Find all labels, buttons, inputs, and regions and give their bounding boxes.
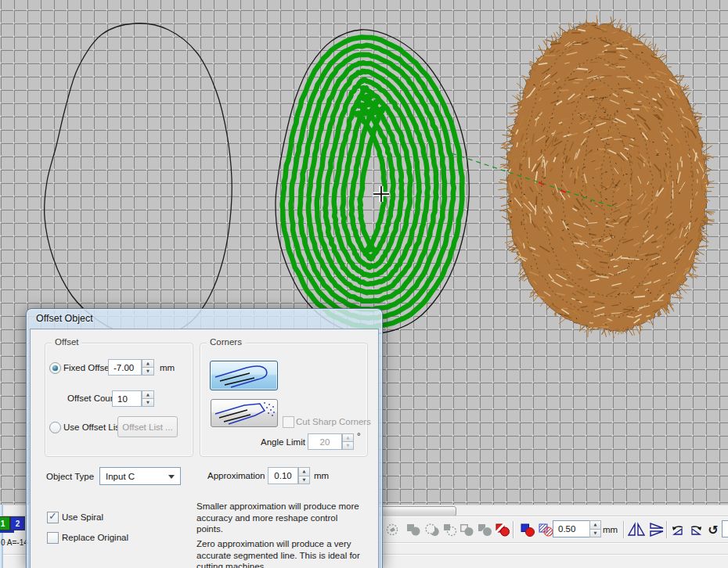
approximation-info-text-1: Smaller approximation will produce more … — [196, 501, 375, 535]
front-minus-back-disabled-icon — [458, 522, 475, 537]
offset-count-input[interactable]: 10 — [112, 390, 142, 407]
offset-count-value: 10 — [117, 394, 128, 404]
palette-color-2-label: 2 — [16, 519, 20, 528]
stepper-down-icon[interactable]: ▼ — [142, 399, 154, 407]
fixed-offset-value: -7.00 — [114, 363, 134, 372]
info-line: Smaller approximation will produce more — [196, 501, 375, 512]
corners-group-label: Corners — [207, 337, 245, 347]
remove-overlaps-icon[interactable] — [494, 522, 511, 537]
corners-group: Corners — [200, 343, 368, 457]
rounded-corners-button[interactable] — [210, 361, 278, 390]
approximation-unit: mm — [314, 471, 329, 480]
angle-limit-unit: ° — [357, 431, 361, 440]
approximation-label: Approximation — [207, 471, 265, 480]
weld-disabled-icon — [384, 522, 401, 537]
offset-list-button: Offset List ... — [117, 416, 178, 437]
object-type-label: Object Type — [46, 472, 94, 481]
replace-original-checkbox[interactable] — [47, 532, 59, 544]
back-minus-front-disabled-icon — [476, 522, 493, 537]
use-offset-list-label: Use Offset List — [63, 422, 122, 432]
intersect-disabled-icon — [423, 522, 441, 537]
stepper-up-icon[interactable]: ▲ — [589, 520, 601, 530]
approximation-input[interactable]: 0.10 — [268, 467, 298, 484]
info-line: Zero approximation will produce a very — [196, 538, 375, 550]
rotate-reset-icon[interactable]: ↺ — [705, 522, 722, 537]
object-type-combo[interactable]: Input C — [99, 467, 181, 485]
angle-limit-input: 20 — [308, 433, 342, 450]
offset-preview-shape[interactable] — [276, 30, 469, 334]
offset-count-label: Offset Count — [67, 394, 117, 403]
sharp-corners-button[interactable] — [211, 399, 278, 427]
use-offset-list-radio[interactable] — [49, 422, 61, 433]
rotate-angle-input[interactable] — [722, 520, 728, 537]
rotate-ccw-icon[interactable] — [669, 522, 687, 537]
stepper-down-icon: ▼ — [342, 442, 354, 450]
stepper-up-icon[interactable]: ▲ — [142, 390, 154, 399]
stepper-up-icon[interactable]: ▲ — [298, 467, 310, 476]
palette-color-2[interactable]: 2 — [10, 516, 25, 530]
mirror-vertical-icon[interactable] — [647, 522, 666, 537]
exclude-disabled-icon — [441, 522, 458, 537]
stitched-shape[interactable] — [498, 15, 715, 338]
info-line: accuracy and more reshape control — [196, 512, 375, 524]
dialog-client-area: Offset Fixed Offset -7.00 ▲ ▼ mm Offset … — [30, 329, 379, 568]
stepper-down-icon[interactable]: ▼ — [589, 530, 601, 538]
toolbar-separator — [666, 521, 667, 538]
stepper-down-icon[interactable]: ▼ — [298, 476, 310, 485]
angle-limit-label: Angle Limit — [261, 437, 305, 447]
offset-count-stepper[interactable]: ▲ ▼ — [142, 390, 154, 407]
palette-color-1[interactable]: 1 — [0, 516, 10, 530]
toolbar-separator — [513, 521, 514, 538]
fill-holes-icon[interactable] — [537, 522, 554, 537]
angle-limit-stepper: ▲ ▼ — [342, 433, 354, 450]
palette-color-1-label: 1 — [1, 519, 5, 528]
toolbar-separator — [623, 521, 624, 538]
offset-width-unit: mm — [603, 525, 618, 534]
replace-original-label: Replace Original — [62, 533, 128, 542]
use-spiral-checkbox[interactable] — [47, 512, 59, 523]
use-spiral-label: Use Spiral — [62, 512, 103, 522]
offset-width-input[interactable]: 0.50 — [553, 520, 593, 537]
stepper-up-icon[interactable]: ▲ — [142, 359, 154, 368]
offset-group: Offset Fixed Offset -7.00 ▲ ▼ mm Offset … — [45, 343, 193, 457]
offset-group-label: Offset — [52, 337, 81, 347]
dialog-title: Offset Object — [36, 313, 93, 324]
info-line: points. — [196, 523, 375, 535]
rotate-cw-icon[interactable] — [687, 522, 705, 537]
status-coordinates: 0 A=-14 — [1, 538, 28, 547]
overlap-objects-icon[interactable] — [519, 522, 536, 537]
trim-disabled-icon — [405, 522, 422, 537]
approximation-info-text-2: Zero approximation will produce a very a… — [196, 538, 375, 568]
fixed-offset-unit: mm — [160, 363, 175, 372]
outline-shape[interactable] — [45, 23, 232, 338]
angle-limit-value: 20 — [320, 437, 330, 447]
stepper-down-icon[interactable]: ▼ — [142, 368, 154, 376]
fixed-offset-label: Fixed Offset — [63, 363, 112, 372]
fixed-offset-radio[interactable] — [49, 362, 61, 374]
offset-width-value: 0.50 — [558, 524, 575, 534]
offset-object-dialog: Offset Object Offset Fixed Offset -7.00 … — [26, 308, 383, 568]
fixed-offset-input[interactable]: -7.00 — [108, 359, 142, 376]
info-line: cutting machines. — [196, 561, 375, 568]
fixed-offset-stepper[interactable]: ▲ ▼ — [142, 359, 154, 376]
offset-width-stepper[interactable]: ▲ ▼ — [589, 520, 601, 537]
object-type-value: Input C — [106, 472, 135, 481]
stepper-up-icon: ▲ — [342, 433, 354, 442]
selected-color-indicator — [0, 530, 14, 533]
mirror-horizontal-icon[interactable] — [627, 522, 646, 537]
approximation-stepper[interactable]: ▲ ▼ — [298, 467, 310, 484]
approximation-value: 0.10 — [274, 471, 291, 480]
cut-sharp-corners-checkbox — [283, 416, 294, 428]
application-window: 0.50 ▲ ▼ mm ↺ 1 2 0 A=-14 Offset — [0, 0, 728, 568]
info-line: accurate segmented line. This is ideal f… — [196, 550, 375, 562]
cut-sharp-corners-label: Cut Sharp Corners — [296, 417, 371, 426]
